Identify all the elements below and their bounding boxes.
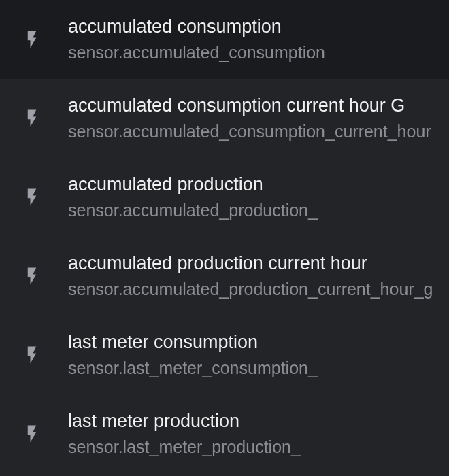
list-item[interactable]: accumulated consumption current hour G s… (0, 79, 449, 158)
entity-id: sensor.last_meter_consumption_ (68, 357, 318, 379)
flash-icon (15, 262, 68, 290)
entity-title: accumulated production (68, 173, 318, 197)
list-item-text: last meter consumption sensor.last_meter… (68, 330, 318, 379)
flash-icon (15, 104, 68, 133)
entity-list: accumulated consumption sensor.accumulat… (0, 0, 449, 473)
entity-id: sensor.accumulated_production_current_ho… (68, 278, 433, 301)
list-item-text: accumulated production sensor.accumulate… (68, 173, 318, 222)
list-item-text: accumulated consumption sensor.accumulat… (68, 15, 325, 64)
entity-id: sensor.accumulated_production_ (68, 199, 318, 222)
list-item-text: accumulated production current hour sens… (68, 252, 433, 301)
entity-id: sensor.accumulated_consumption_current_h… (68, 120, 431, 143)
entity-title: accumulated consumption (68, 15, 325, 39)
list-item[interactable]: last meter consumption sensor.last_meter… (0, 316, 449, 394)
list-item[interactable]: last meter production sensor.last_meter_… (0, 394, 449, 473)
entity-title: last meter consumption (68, 330, 318, 354)
entity-id: sensor.accumulated_consumption (68, 41, 325, 64)
flash-icon (15, 341, 68, 369)
flash-icon (15, 25, 68, 54)
entity-title: accumulated consumption current hour G (68, 94, 431, 118)
flash-icon (15, 183, 68, 211)
list-item-text: last meter production sensor.last_meter_… (68, 409, 301, 458)
entity-title: last meter production (68, 409, 301, 433)
entity-title: accumulated production current hour (68, 252, 433, 275)
list-item[interactable]: accumulated consumption sensor.accumulat… (0, 0, 449, 79)
flash-icon (15, 420, 68, 448)
list-item[interactable]: accumulated production current hour sens… (0, 237, 449, 316)
list-item-text: accumulated consumption current hour G s… (68, 94, 431, 143)
list-item[interactable]: accumulated production sensor.accumulate… (0, 158, 449, 237)
entity-id: sensor.last_meter_production_ (68, 436, 301, 458)
